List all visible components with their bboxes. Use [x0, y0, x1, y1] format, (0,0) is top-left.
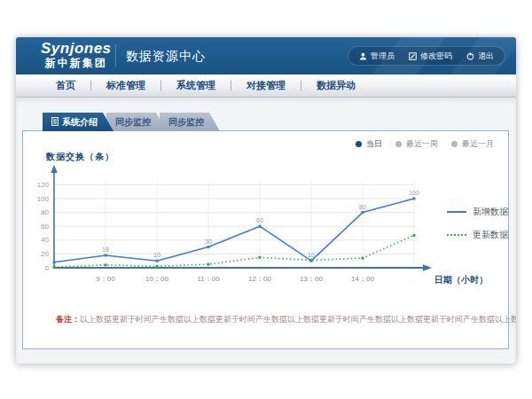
- svg-text:9：00: 9：00: [96, 275, 115, 283]
- radio-dot: [356, 141, 362, 147]
- radio-dot: [451, 141, 458, 147]
- header-divider: [115, 44, 116, 67]
- tab-sync-monitor-1[interactable]: 同步监控: [106, 113, 167, 131]
- current-user-label: 管理员: [371, 51, 395, 62]
- svg-text:60: 60: [256, 217, 263, 223]
- change-password-label: 修改密码: [420, 51, 452, 62]
- svg-text:40: 40: [41, 236, 49, 244]
- x-axis-title: 日期（小时）: [434, 274, 488, 286]
- radio-label: 当日: [366, 138, 382, 150]
- svg-text:10: 10: [153, 252, 160, 258]
- radio-dot: [395, 141, 402, 147]
- edit-icon: [409, 52, 417, 60]
- document-icon: [51, 117, 59, 128]
- svg-text:11：00: 11：00: [197, 275, 220, 283]
- legend-update-data[interactable]: 更新数据: [447, 229, 508, 241]
- nav-item-home[interactable]: 首页: [41, 79, 90, 92]
- svg-text:100: 100: [409, 190, 419, 196]
- radio-last-month[interactable]: 最近一月: [451, 138, 494, 150]
- solid-line-swatch: [447, 211, 466, 213]
- svg-text:0: 0: [45, 264, 50, 272]
- tab-label: 同步监控: [168, 116, 204, 129]
- series-legend: 新增数据 更新数据: [447, 206, 508, 241]
- change-password-button[interactable]: 修改密码: [409, 51, 452, 62]
- line-chart-svg: 0204060801001209：0010：0011：0012：0013：001…: [23, 158, 509, 291]
- dotted-line-swatch: [447, 234, 466, 236]
- page-title: 数据资源中心: [126, 49, 206, 65]
- tab-bar: 系统介绍 同步监控 同步监控: [43, 113, 220, 131]
- logo-subtext: 新中新集团: [41, 57, 112, 69]
- tab-label: 系统介绍: [62, 116, 98, 129]
- radio-label: 最近一周: [406, 138, 438, 150]
- nav-item-system-mgmt[interactable]: 系统管理: [161, 79, 231, 92]
- radio-today[interactable]: 当日: [356, 138, 382, 150]
- logout-label: 退出: [478, 51, 494, 62]
- svg-text:14：00: 14：00: [351, 275, 374, 283]
- svg-text:80: 80: [359, 204, 366, 210]
- company-logo: Synjones 新中新集团: [41, 41, 112, 69]
- legend-label: 更新数据: [473, 229, 508, 241]
- svg-text:20: 20: [41, 250, 49, 258]
- user-toolbar: 管理员 修改密码 退出: [348, 46, 505, 66]
- legend-label: 新增数据: [473, 206, 508, 218]
- main-nav: 首页 标准管理 系统管理 对接管理 数据异动: [16, 74, 516, 98]
- tab-label: 同步监控: [115, 116, 151, 129]
- app-window: Synjones 新中新集团 数据资源中心 管理员 修改密码: [16, 37, 516, 364]
- time-range-filter: 当日 最近一周 最近一月: [356, 138, 494, 150]
- radio-last-week[interactable]: 最近一周: [395, 138, 438, 150]
- app-header: Synjones 新中新集团 数据资源中心 管理员 修改密码: [16, 37, 516, 74]
- nav-item-data-change[interactable]: 数据异动: [301, 79, 371, 92]
- svg-text:80: 80: [41, 208, 49, 216]
- legend-new-data[interactable]: 新增数据: [447, 206, 508, 218]
- tab-sync-monitor-2[interactable]: 同步监控: [160, 113, 220, 131]
- footnote: 备注：以上数据更新于时间产生数据以上数据更新于时间产生数据以上数据更新于时间产生…: [56, 314, 516, 325]
- nav-item-standard-mgmt[interactable]: 标准管理: [91, 79, 160, 92]
- content-area: 系统介绍 同步监控 同步监控 当日 最近一周: [16, 98, 516, 364]
- radio-label: 最近一月: [462, 138, 494, 150]
- tab-system-intro[interactable]: 系统介绍: [43, 113, 113, 131]
- svg-text:10: 10: [308, 252, 315, 258]
- footnote-text: 以上数据更新于时间产生数据以上数据更新于时间产生数据以上数据更新于时间产生数据以…: [80, 315, 516, 324]
- logo-text: Synjones: [41, 41, 112, 57]
- svg-text:30: 30: [205, 239, 212, 245]
- svg-text:100: 100: [37, 195, 50, 203]
- svg-text:12：00: 12：00: [248, 275, 271, 283]
- svg-text:10：00: 10：00: [145, 275, 168, 283]
- nav-item-interface-mgmt[interactable]: 对接管理: [231, 79, 301, 92]
- footnote-label: 备注：: [56, 315, 80, 324]
- logout-button[interactable]: 退出: [466, 51, 494, 62]
- user-icon: [359, 52, 367, 60]
- svg-text:18: 18: [102, 246, 109, 253]
- power-icon: [466, 52, 474, 60]
- svg-text:13：00: 13：00: [300, 275, 323, 283]
- current-user-button[interactable]: 管理员: [359, 51, 395, 62]
- svg-text:120: 120: [37, 181, 50, 189]
- chart-panel: 当日 最近一周 最近一月 数据交换（条） 0204060801001209：00…: [22, 130, 509, 349]
- svg-text:60: 60: [41, 223, 49, 231]
